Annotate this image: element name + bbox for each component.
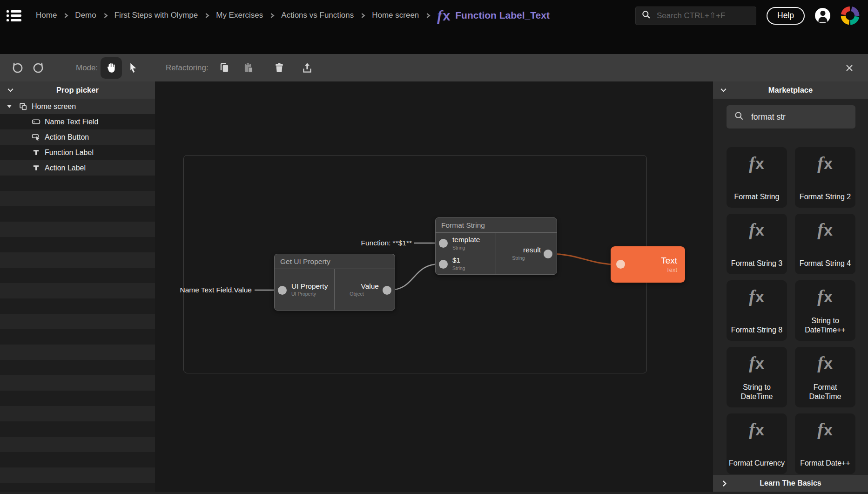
chevron-right-icon: [102, 13, 108, 19]
search-input[interactable]: [656, 11, 750, 21]
chevron-right-icon: [360, 13, 366, 19]
breadcrumb-item[interactable]: Home screen: [372, 11, 419, 20]
breadcrumb-item[interactable]: Actions vs Functions: [281, 11, 354, 20]
breadcrumb-item[interactable]: My Exercises: [216, 11, 263, 20]
marketplace-card[interactable]: fx String to DateTime: [727, 347, 787, 407]
topbar: Home Demo First Steps with Olympe My Exe…: [0, 0, 868, 54]
fx-icon: fx: [817, 354, 833, 372]
tree-item-action-button[interactable]: Action Button: [0, 129, 155, 145]
chevron-right-icon: [720, 480, 728, 487]
breadcrumb-item[interactable]: First Steps with Olympe: [114, 11, 198, 20]
marketplace-card[interactable]: fx Format String 4: [795, 214, 855, 274]
fx-icon: fx: [749, 221, 765, 238]
marketplace-panel: Marketplace fx Format String fx Format S…: [713, 81, 868, 492]
text-label-icon: [31, 164, 41, 172]
tree-item-action-label[interactable]: Action Label: [0, 160, 155, 176]
fx-icon: fx: [749, 420, 765, 438]
marketplace-card[interactable]: fx String to DateTime++: [795, 280, 855, 341]
chevron-right-icon: [269, 13, 275, 19]
editor-toolbar: Mode: Refactoring:: [0, 54, 868, 81]
chevron-right-icon: [204, 13, 210, 19]
node-format-string[interactable]: Format String template String $1 String …: [435, 217, 557, 275]
marketplace-card[interactable]: fx Format String: [727, 147, 787, 208]
tree-empty-rows: [0, 176, 155, 492]
edge-label-name-text-field-value[interactable]: Name Text Field.Value: [180, 286, 252, 294]
output-port[interactable]: [383, 286, 391, 295]
hand-tool-button[interactable]: [101, 57, 122, 79]
wire[interactable]: [551, 254, 617, 264]
input-port[interactable]: [278, 286, 287, 295]
redo-icon: [33, 61, 46, 74]
tree-item-home-screen[interactable]: Home screen: [0, 99, 155, 114]
fx-icon: fx: [749, 287, 765, 305]
brand-logo[interactable]: [841, 6, 860, 25]
input-port[interactable]: [439, 260, 448, 269]
window-bottom-edge: [0, 492, 868, 494]
marketplace-header: Marketplace: [713, 81, 868, 99]
collapse-panel-icon[interactable]: [7, 86, 14, 94]
marketplace-card[interactable]: fx Format String 8: [727, 280, 787, 341]
input-port[interactable]: [439, 239, 448, 248]
current-document: fx Function Label_Text: [437, 8, 550, 23]
wire[interactable]: [389, 264, 440, 290]
export-button[interactable]: [301, 61, 314, 74]
breadcrumb-item[interactable]: Home: [36, 11, 57, 20]
undo-button[interactable]: [10, 61, 23, 74]
mode-label: Mode:: [76, 63, 98, 73]
node-get-ui-property[interactable]: Get UI Property UI Property UI Property …: [274, 254, 395, 311]
help-button[interactable]: Help: [767, 7, 805, 25]
panel-title: Prop picker: [0, 86, 155, 95]
hamburger-menu-icon[interactable]: [7, 9, 23, 22]
output-port[interactable]: [544, 250, 552, 258]
text-label-icon: [31, 149, 41, 156]
select-tool-button[interactable]: [127, 61, 139, 74]
hand-icon: [105, 62, 117, 74]
node-title: Format String: [436, 218, 557, 233]
redo-button[interactable]: [33, 61, 46, 74]
fx-icon: fx: [817, 154, 833, 172]
user-avatar[interactable]: [815, 8, 830, 23]
tree-item-function-label[interactable]: Function Label: [0, 145, 155, 160]
search-icon: [734, 111, 744, 123]
cursor-icon: [127, 61, 139, 74]
marketplace-card[interactable]: fx Format Currency: [727, 413, 787, 474]
prop-picker-panel: Prop picker Home screen Name Text Field …: [0, 81, 155, 492]
prop-picker-tree: Home screen Name Text Field Action Butto…: [0, 99, 155, 492]
action-button-icon: [31, 133, 41, 142]
marketplace-card[interactable]: fx Format String 2: [795, 147, 855, 208]
page-title: Function Label_Text: [455, 10, 550, 21]
marketplace-card[interactable]: fx Format DateTime: [795, 347, 855, 407]
breadcrumb: Home Demo First Steps with Olympe My Exe…: [36, 8, 550, 23]
global-search: [635, 7, 756, 25]
text-field-icon: [31, 117, 41, 126]
node-text-ui[interactable]: Text Text: [611, 246, 685, 283]
paste-icon: [242, 61, 255, 74]
chevron-right-icon: [425, 13, 431, 19]
copy-button[interactable]: [218, 61, 231, 74]
marketplace-search-input[interactable]: [750, 112, 848, 122]
expand-caret-icon[interactable]: [7, 104, 12, 109]
fx-icon: fx: [817, 287, 833, 305]
delete-button[interactable]: [273, 61, 286, 74]
input-port[interactable]: [616, 260, 625, 269]
fx-icon: fx: [817, 420, 833, 438]
tree-item-name-text-field[interactable]: Name Text Field: [0, 114, 155, 129]
screen-icon: [18, 102, 28, 111]
marketplace-card[interactable]: fx Format Date++: [795, 413, 855, 474]
breadcrumb-item[interactable]: Demo: [75, 11, 96, 20]
refactoring-label: Refactoring:: [166, 63, 209, 73]
panel-title: Marketplace: [713, 86, 868, 95]
learn-the-basics-button[interactable]: Learn The Basics: [713, 475, 868, 492]
collapse-panel-icon[interactable]: [720, 86, 727, 94]
fx-icon: fx: [817, 221, 833, 238]
paste-button[interactable]: [242, 61, 255, 74]
marketplace-search: [727, 105, 855, 129]
export-icon: [301, 61, 314, 74]
close-icon: [843, 62, 855, 74]
undo-icon: [10, 61, 23, 74]
edge-label-function-template[interactable]: Function: **$1**: [361, 239, 412, 247]
graph-canvas[interactable]: Function: **$1** Name Text Field.Value G…: [155, 81, 713, 492]
fx-icon: fx: [749, 354, 765, 372]
marketplace-card[interactable]: fx Format String 3: [727, 214, 787, 274]
close-button[interactable]: [843, 62, 855, 74]
